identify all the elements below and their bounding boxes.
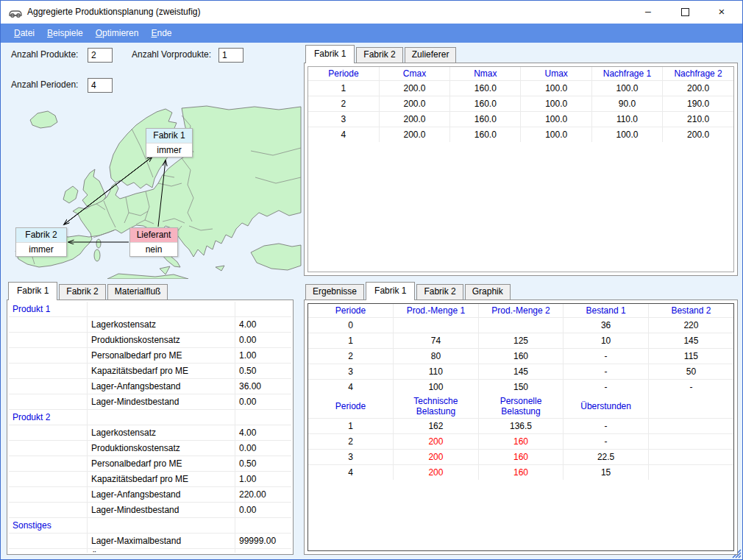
cell[interactable]: [9, 425, 88, 441]
cell[interactable]: 100.0: [521, 127, 591, 143]
cell[interactable]: 0.50: [235, 364, 292, 379]
cell[interactable]: 0.00: [235, 333, 292, 348]
cell[interactable]: [9, 549, 88, 553]
cell[interactable]: Lager-Anfangsbestand: [88, 379, 235, 394]
cell[interactable]: 5.00: [235, 549, 292, 553]
cell[interactable]: 190.0: [663, 96, 733, 112]
cell[interactable]: 2: [308, 96, 379, 112]
cell[interactable]: [9, 456, 88, 472]
periods-count-input[interactable]: [88, 78, 113, 93]
cell[interactable]: Produktionskostensatz: [88, 441, 235, 456]
cell[interactable]: 1: [308, 81, 379, 96]
cell[interactable]: Lager-Anfangsbestand: [88, 487, 235, 503]
tab-fabrik2[interactable]: Fabrik 2: [59, 284, 105, 300]
cell[interactable]: Produkt 2: [9, 410, 88, 425]
cell[interactable]: 0.00: [235, 503, 292, 518]
cell[interactable]: 90.0: [591, 96, 662, 112]
cell[interactable]: [9, 348, 88, 364]
cell[interactable]: [9, 534, 88, 549]
cell[interactable]: Produktionskostensatz: [88, 333, 235, 348]
cell[interactable]: 160.0: [450, 81, 521, 96]
cell[interactable]: Lagerkostensatz: [88, 425, 235, 441]
cell[interactable]: 160.0: [450, 96, 521, 112]
cell[interactable]: 200.0: [663, 127, 733, 143]
cell[interactable]: 160.0: [450, 112, 521, 127]
cell[interactable]: 4.00: [235, 317, 292, 333]
cell[interactable]: 4.00: [235, 425, 292, 441]
cell[interactable]: 210.0: [663, 112, 733, 127]
cell[interactable]: 200.0: [379, 96, 449, 112]
results-panel: Ergebnisse Fabrik 1 Fabrik 2 Graphik Per…: [304, 282, 738, 555]
map-node-fabrik2[interactable]: Fabrik 2 immer: [15, 227, 67, 257]
preproducts-count-input[interactable]: [218, 48, 243, 63]
cell[interactable]: 0.50: [235, 456, 292, 472]
cell[interactable]: [9, 472, 88, 487]
map-node-fabrik1[interactable]: Fabrik 1 immer: [146, 128, 193, 157]
cell[interactable]: 220.00: [235, 487, 292, 503]
cell[interactable]: 100.0: [521, 96, 591, 112]
cell[interactable]: [9, 394, 88, 410]
cell[interactable]: 4: [308, 127, 379, 143]
tab-zulieferer[interactable]: Zulieferer: [405, 47, 457, 63]
products-count-input[interactable]: [88, 48, 113, 63]
cell[interactable]: Lager-Mindestbestand: [88, 394, 235, 410]
cell[interactable]: Lagerkostensatz: [88, 317, 235, 333]
cell[interactable]: Personalbedarf pro ME: [88, 456, 235, 472]
cell[interactable]: [9, 317, 88, 333]
cell[interactable]: Lager-Maximalbestand: [88, 534, 235, 549]
cell[interactable]: [235, 410, 292, 425]
cell[interactable]: Kapazitätsbedarf pro ME: [88, 364, 235, 379]
minimize-button[interactable]: –: [633, 1, 663, 24]
menu-item-ende[interactable]: Ende: [151, 28, 171, 38]
tab-fabrik1[interactable]: Fabrik 1: [8, 282, 57, 300]
cell[interactable]: 100.0: [591, 81, 662, 96]
cell[interactable]: 0.00: [235, 441, 292, 456]
menu-item-beispiele[interactable]: Beispiele: [47, 28, 83, 38]
cell[interactable]: 36.00: [235, 379, 292, 394]
cell[interactable]: 1.00: [235, 348, 292, 364]
cell[interactable]: [235, 302, 292, 317]
cell[interactable]: 100.0: [591, 127, 662, 143]
cell[interactable]: 110.0: [591, 112, 662, 127]
cell[interactable]: 200.0: [379, 112, 449, 127]
cell[interactable]: 200.0: [379, 81, 449, 96]
cell[interactable]: [9, 441, 88, 456]
cell[interactable]: [9, 333, 88, 348]
maximize-button[interactable]: [670, 1, 700, 24]
cell[interactable]: [88, 302, 235, 317]
cell[interactable]: 100.0: [521, 81, 591, 96]
cell[interactable]: [235, 518, 292, 534]
cell: 36: [564, 318, 649, 333]
tab-ergebnisse[interactable]: Ergebnisse: [305, 284, 364, 300]
cell[interactable]: Kapazitätsbedarf pro ME: [88, 472, 235, 487]
cell[interactable]: 3: [308, 112, 379, 127]
cell[interactable]: Überstundenlohnsatz: [88, 549, 235, 553]
tab-fabrik2[interactable]: Fabrik 2: [356, 47, 402, 63]
cell[interactable]: [9, 487, 88, 503]
map-node-lieferant[interactable]: Lieferant nein: [129, 227, 178, 257]
cell[interactable]: Lager-Mindestbestand: [88, 503, 235, 518]
menu-item-datei[interactable]: Datei: [14, 28, 35, 38]
cell[interactable]: [88, 410, 235, 425]
cell[interactable]: Produkt 1: [9, 302, 88, 317]
cell[interactable]: 100.0: [521, 112, 591, 127]
cell[interactable]: 160.0: [450, 127, 521, 143]
cell[interactable]: [9, 379, 88, 394]
tab-fabrik1[interactable]: Fabrik 1: [305, 45, 355, 63]
cell[interactable]: [88, 518, 235, 534]
cell[interactable]: 200.0: [663, 81, 733, 96]
tab-fabrik2[interactable]: Fabrik 2: [416, 284, 463, 300]
cell[interactable]: Personalbedarf pro ME: [88, 348, 235, 364]
tab-materialfluss[interactable]: Materialfluß: [107, 284, 168, 300]
cell[interactable]: 99999.00: [235, 534, 292, 549]
tab-fabrik1[interactable]: Fabrik 1: [366, 282, 415, 300]
cell[interactable]: Sonstiges: [9, 518, 88, 534]
menu-item-optimieren[interactable]: Optimieren: [96, 28, 139, 38]
tab-graphik[interactable]: Graphik: [465, 284, 511, 300]
cell[interactable]: 200.0: [379, 127, 449, 143]
cell[interactable]: 1.00: [235, 472, 292, 487]
cell[interactable]: [9, 503, 88, 518]
close-button[interactable]: ×: [707, 1, 736, 24]
cell[interactable]: [9, 364, 88, 379]
cell[interactable]: 0.00: [235, 394, 292, 410]
